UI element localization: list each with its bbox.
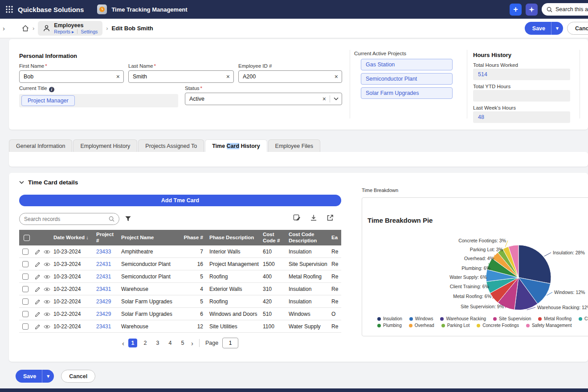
project-number-link[interactable]: 23431: [93, 283, 118, 295]
edit-record-icon[interactable]: [35, 299, 41, 305]
footer-save-button[interactable]: Save ▾: [16, 370, 54, 383]
pie-slice[interactable]: [519, 245, 551, 284]
tab-general-information[interactable]: General Information: [9, 139, 72, 152]
legend-item[interactable]: Concrete Footings: [477, 323, 519, 328]
row-checkbox[interactable]: [22, 274, 29, 280]
legend-item[interactable]: Parking Lot: [441, 323, 470, 328]
add-time-card-button[interactable]: Add Tme Card: [19, 195, 341, 206]
new-item-button[interactable]: +: [510, 4, 522, 16]
reports-link[interactable]: Reports ▸: [54, 29, 74, 35]
tab-employment-history[interactable]: Employment History: [73, 139, 137, 152]
select-all-checkbox[interactable]: [24, 235, 30, 241]
page-number-button[interactable]: 5: [178, 339, 187, 347]
edit-record-icon[interactable]: [35, 249, 41, 255]
tab-time-card-history[interactable]: Time Card History: [205, 139, 267, 152]
row-checkbox[interactable]: [22, 249, 29, 255]
app-icon[interactable]: [97, 4, 107, 14]
column-date-worked[interactable]: Date Worked ↓: [50, 230, 93, 245]
chevron-down-icon[interactable]: [334, 98, 339, 101]
expand-sidebar-icon[interactable]: ›: [3, 24, 5, 32]
project-chip[interactable]: Solar Farm Upgrades: [361, 87, 453, 99]
legend-item[interactable]: Metal Roofing: [538, 316, 572, 321]
row-checkbox[interactable]: [22, 298, 29, 305]
first-name-input[interactable]: [19, 70, 124, 83]
current-title-chip[interactable]: Project Manager: [21, 95, 75, 106]
clear-last-name-icon[interactable]: ×: [226, 74, 230, 80]
next-page-icon[interactable]: ›: [191, 340, 193, 347]
view-record-icon[interactable]: [44, 262, 50, 267]
breadcrumb-entity-employees[interactable]: Employees Reports ▸ Settings: [38, 21, 102, 36]
legend-item[interactable]: Overhead: [409, 323, 434, 328]
column-project-name[interactable]: Project Name: [118, 230, 180, 245]
clear-employee-id-icon[interactable]: ×: [335, 74, 338, 80]
project-chip[interactable]: Gas Station: [361, 59, 453, 70]
column-earning-type[interactable]: Ea: [328, 230, 341, 245]
row-checkbox[interactable]: [22, 261, 29, 267]
app-launcher-icon[interactable]: [5, 5, 13, 13]
view-record-icon[interactable]: [44, 287, 50, 292]
current-title-value-area[interactable]: Project Manager: [19, 94, 178, 107]
project-chip[interactable]: Semiconductor Plant: [361, 73, 453, 85]
column-cost-code-description[interactable]: Cost Code Description: [286, 230, 328, 245]
project-number-link[interactable]: 22431: [93, 258, 118, 270]
row-checkbox[interactable]: [22, 311, 29, 317]
project-number-link[interactable]: 22431: [93, 270, 118, 283]
view-record-icon[interactable]: [44, 249, 50, 254]
home-icon[interactable]: [22, 25, 29, 32]
legend-item[interactable]: Insulation: [377, 316, 402, 321]
download-icon[interactable]: [310, 214, 317, 222]
tab-employee-files[interactable]: Employee Files: [268, 139, 320, 152]
time-card-details-header[interactable]: Time Card details: [19, 179, 78, 186]
status-select[interactable]: [185, 93, 342, 105]
open-external-icon[interactable]: [327, 214, 334, 222]
view-record-icon[interactable]: [44, 299, 50, 304]
settings-link[interactable]: Settings: [81, 29, 98, 35]
collapse-section-icon[interactable]: [19, 181, 24, 184]
project-number-link[interactable]: 23429: [93, 295, 118, 308]
record-search-input[interactable]: [24, 216, 106, 222]
edit-record-icon[interactable]: [35, 324, 41, 330]
footer-cancel-button[interactable]: Cancel: [61, 370, 95, 383]
row-checkbox[interactable]: [22, 323, 29, 330]
column-phase-description[interactable]: Phase Description: [206, 230, 260, 245]
info-icon[interactable]: i: [49, 87, 54, 92]
edit-report-icon[interactable]: [293, 214, 301, 222]
column-phase-number[interactable]: Phase #: [180, 230, 206, 245]
project-number-link[interactable]: 23429: [93, 308, 118, 320]
global-search[interactable]: Search this a: [542, 3, 588, 16]
edit-record-icon[interactable]: [35, 274, 41, 280]
legend-item[interactable]: Warehouse Racking: [440, 316, 486, 321]
save-dropdown-icon[interactable]: ▾: [42, 370, 54, 383]
tab-projects-assigned-to[interactable]: Projects Assigned To: [138, 139, 204, 152]
view-record-icon[interactable]: [44, 312, 50, 317]
edit-record-icon[interactable]: [35, 311, 41, 317]
project-number-link[interactable]: 23431: [93, 320, 118, 333]
page-number-button[interactable]: 1: [128, 339, 137, 347]
page-number-button[interactable]: 3: [153, 339, 162, 347]
clear-first-name-icon[interactable]: ×: [116, 74, 120, 80]
previous-page-icon[interactable]: ‹: [122, 340, 124, 347]
save-button[interactable]: Save ▾: [525, 22, 563, 35]
edit-record-icon[interactable]: [35, 261, 41, 267]
employee-id-input[interactable]: [238, 70, 342, 83]
cancel-button[interactable]: Cancel: [567, 22, 588, 35]
edit-record-icon[interactable]: [35, 286, 41, 292]
filter-icon[interactable]: [125, 216, 131, 222]
column-project-number[interactable]: Project #: [93, 230, 118, 245]
last-name-input[interactable]: [128, 70, 234, 83]
ai-assistant-button[interactable]: [526, 4, 538, 16]
page-number-input[interactable]: [222, 338, 238, 348]
page-number-button[interactable]: 4: [166, 339, 175, 347]
save-dropdown-icon[interactable]: ▾: [551, 22, 563, 35]
app-name[interactable]: Time Tracking Management: [111, 6, 187, 13]
legend-item[interactable]: Plumbing: [377, 323, 402, 328]
column-cost-code[interactable]: Cost Code #: [260, 230, 286, 245]
row-checkbox[interactable]: [22, 286, 29, 292]
project-number-link[interactable]: 23433: [93, 245, 118, 258]
page-number-button[interactable]: 2: [141, 339, 150, 347]
view-record-icon[interactable]: [44, 324, 50, 329]
view-record-icon[interactable]: [44, 274, 50, 279]
legend-item[interactable]: Windows: [409, 316, 433, 321]
clear-status-icon[interactable]: ×: [323, 96, 326, 102]
legend-item[interactable]: Safety Management: [526, 323, 572, 328]
